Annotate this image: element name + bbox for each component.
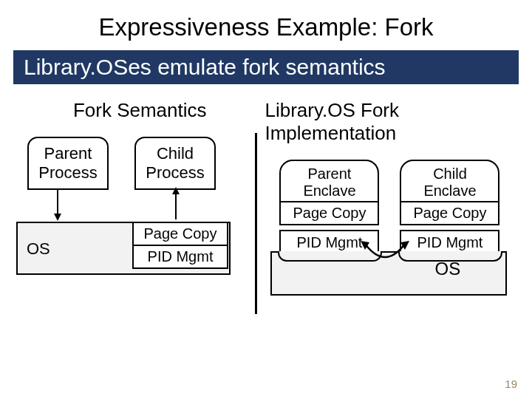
right-diagram: Parent Enclave Page Copy Child Enclave P…	[256, 160, 516, 307]
parent-process-box: Parent Process	[27, 137, 109, 190]
os-box: OS Page Copy PID Mgmt	[16, 222, 231, 275]
child-enclave-box: Child Enclave Page Copy	[400, 160, 499, 225]
right-column: Library.OS Fork Implementation Parent En…	[256, 99, 516, 307]
parent-enclave-box: Parent Enclave Page Copy	[279, 160, 379, 225]
diagram-columns: Fork Semantics Parent Process Child Proc…	[0, 99, 532, 307]
left-column: Fork Semantics Parent Process Child Proc…	[16, 99, 256, 307]
arrow-up-icon	[175, 188, 177, 219]
child-enclave-title: Child Enclave	[401, 166, 498, 201]
child-page-copy: Page Copy	[401, 201, 498, 224]
arrow-down-icon	[57, 188, 58, 219]
page-copy-cell: Page Copy	[132, 222, 228, 246]
right-heading: Library.OS Fork Implementation	[256, 99, 516, 145]
os-stack: Page Copy PID Mgmt	[132, 222, 228, 269]
parent-page-copy: Page Copy	[281, 201, 378, 224]
banner: Library.OSes emulate fork semantics	[13, 50, 519, 84]
slide-title: Expressiveness Example: Fork	[0, 0, 532, 50]
os-label: OS	[27, 239, 50, 259]
pid-mgmt-cell: PID Mgmt	[132, 246, 228, 269]
page-number: 19	[505, 378, 517, 390]
os-right-label: OS	[434, 259, 460, 279]
left-heading: Fork Semantics	[16, 99, 256, 122]
child-process-box: Child Process	[134, 137, 216, 190]
parent-enclave-title: Parent Enclave	[281, 166, 378, 201]
left-diagram: Parent Process Child Process OS Page Cop…	[16, 137, 256, 284]
curved-arrow-icon	[359, 241, 411, 265]
